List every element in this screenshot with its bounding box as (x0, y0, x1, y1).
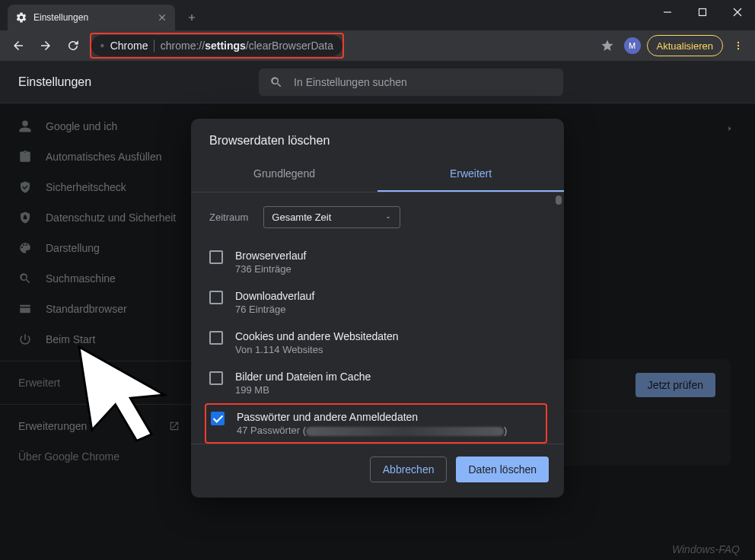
search-placeholder: In Einstellungen suchen (294, 76, 407, 88)
close-window-button[interactable] (720, 0, 755, 24)
page-title: Einstellungen (18, 75, 91, 89)
close-icon (733, 8, 742, 17)
cancel-button[interactable]: Abbrechen (370, 457, 448, 482)
modal-body: Zeitraum Gesamte Zeit Browserverlauf736 … (191, 192, 564, 444)
toolbar: Chrome chrome://settings/clearBrowserDat… (0, 30, 755, 61)
reload-button[interactable] (62, 35, 84, 56)
time-range-row: Zeitraum Gesamte Zeit (209, 206, 558, 228)
modal-tabs: Grundlegend Erweitert (191, 158, 564, 192)
back-button[interactable] (8, 35, 29, 56)
search-icon (269, 75, 283, 89)
tab-title: Einstellungen (33, 12, 88, 23)
settings-header: Einstellungen In Einstellungen suchen (0, 61, 755, 103)
confirm-button[interactable]: Daten löschen (456, 457, 549, 482)
check-row-cookies[interactable]: Cookies und andere WebsitedatenVon 1.114… (209, 323, 558, 363)
address-url: chrome://settings/clearBrowserData (161, 40, 333, 52)
checkbox[interactable] (209, 331, 223, 345)
new-tab-button[interactable] (181, 7, 202, 28)
checkbox[interactable] (209, 250, 223, 264)
watermark: Windows-FAQ (672, 543, 740, 555)
minimize-icon (663, 8, 672, 17)
check-row-passwords[interactable]: Passwörter und andere Anmeldedaten 47 Pa… (205, 403, 547, 444)
arrow-right-icon (39, 39, 53, 52)
kebab-icon (733, 40, 744, 51)
time-range-label: Zeitraum (209, 212, 248, 223)
settings-page: Einstellungen In Einstellungen suchen Go… (0, 61, 755, 560)
modal-backdrop: Browserdaten löschen Grundlegend Erweite… (0, 103, 755, 560)
address-bar[interactable]: Chrome chrome://settings/clearBrowserDat… (91, 35, 342, 56)
svg-rect-1 (699, 9, 706, 16)
redacted-text (306, 427, 504, 436)
close-icon[interactable] (157, 12, 167, 23)
menu-button[interactable] (729, 35, 747, 56)
chrome-icon (100, 40, 104, 51)
time-range-select[interactable]: Gesamte Zeit (263, 206, 400, 228)
scrollbar-thumb[interactable] (556, 196, 562, 205)
forward-button[interactable] (35, 35, 56, 56)
arrow-left-icon (11, 39, 25, 52)
tab-advanced[interactable]: Erweitert (378, 158, 564, 192)
clear-data-modal: Browserdaten löschen Grundlegend Erweite… (191, 119, 564, 498)
checkbox[interactable] (209, 371, 223, 385)
plus-icon (186, 12, 197, 23)
svg-point-6 (737, 42, 739, 43)
maximize-icon (698, 8, 707, 17)
star-icon (600, 39, 614, 52)
check-row-history[interactable]: Browserverlauf736 Einträge (209, 242, 558, 282)
address-scheme-chip: Chrome (110, 40, 148, 52)
modal-title: Browserdaten löschen (191, 119, 564, 158)
modal-actions: Abbrechen Daten löschen (191, 444, 564, 498)
titlebar: Einstellungen (0, 0, 755, 30)
checkbox[interactable] (209, 291, 223, 304)
check-row-downloads[interactable]: Downloadverlauf76 Einträge (209, 282, 558, 323)
minimize-button[interactable] (650, 0, 685, 24)
chevron-down-icon (384, 214, 392, 221)
svg-point-7 (737, 45, 739, 46)
svg-point-5 (102, 45, 103, 46)
browser-tab[interactable]: Einstellungen (8, 5, 175, 30)
gear-icon (15, 11, 27, 24)
check-row-cache[interactable]: Bilder und Dateien im Cache199 MB (209, 363, 558, 403)
address-bar-highlight: Chrome chrome://settings/clearBrowserDat… (90, 33, 344, 59)
svg-point-8 (737, 48, 739, 49)
search-settings-input[interactable]: In Einstellungen suchen (259, 68, 563, 96)
checkbox[interactable] (211, 412, 225, 425)
tab-basic[interactable]: Grundlegend (191, 158, 378, 192)
maximize-button[interactable] (685, 0, 720, 24)
reload-icon (66, 39, 80, 52)
window-controls (650, 0, 755, 24)
profile-avatar[interactable]: M (624, 37, 641, 54)
update-button[interactable]: Aktualisieren (647, 35, 723, 56)
bookmark-button[interactable] (597, 35, 618, 56)
